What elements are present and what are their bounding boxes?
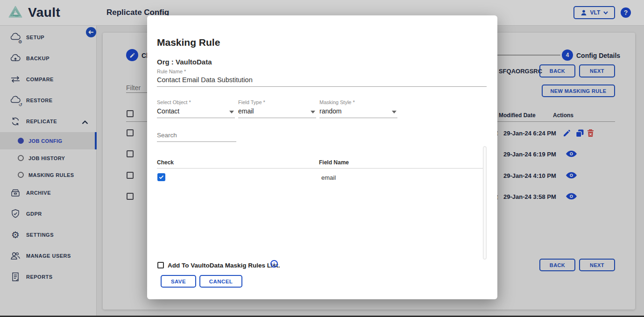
rule-name-input[interactable] (157, 76, 487, 87)
field-row-checkbox[interactable] (157, 173, 165, 181)
select-object-label: Select Object * (157, 99, 235, 105)
masking-style-label: Masking Style * (319, 99, 397, 105)
field-type-dropdown[interactable]: Field Type * email (238, 99, 316, 118)
rule-name-label: Rule Name * (157, 69, 186, 74)
check-icon (159, 175, 164, 179)
fields-table-divider (157, 168, 483, 169)
dropdown-caret-icon (311, 111, 315, 113)
check-column-header: Check (157, 159, 174, 166)
masking-style-value: random (319, 107, 397, 115)
select-object-dropdown[interactable]: Select Object * Contact (157, 99, 235, 118)
org-label: Org : VaultoData (157, 58, 212, 66)
field-search-input[interactable] (157, 132, 236, 142)
add-to-list-label: Add To VaultoData Maskig Rules List. (168, 262, 280, 269)
modal-title: Masking Rule (157, 37, 220, 48)
save-button[interactable]: SAVE (161, 275, 196, 288)
field-name-column-header: Field Name (319, 159, 349, 166)
masking-style-dropdown[interactable]: Masking Style * random (319, 99, 397, 118)
select-object-value: Contact (157, 107, 235, 115)
dropdown-caret-icon (392, 111, 396, 113)
add-to-list-checkbox[interactable] (157, 262, 164, 268)
info-icon[interactable]: i (270, 260, 278, 268)
field-name-cell: email (321, 174, 336, 181)
cancel-button[interactable]: CANCEL (199, 275, 242, 288)
field-type-label: Field Type * (238, 99, 316, 105)
dropdown-caret-icon (229, 111, 234, 113)
field-type-value: email (238, 107, 316, 115)
fields-table-scrollbar[interactable] (483, 146, 487, 260)
masking-rule-modal: Masking Rule Org : VaultoData Rule Name … (147, 15, 497, 299)
